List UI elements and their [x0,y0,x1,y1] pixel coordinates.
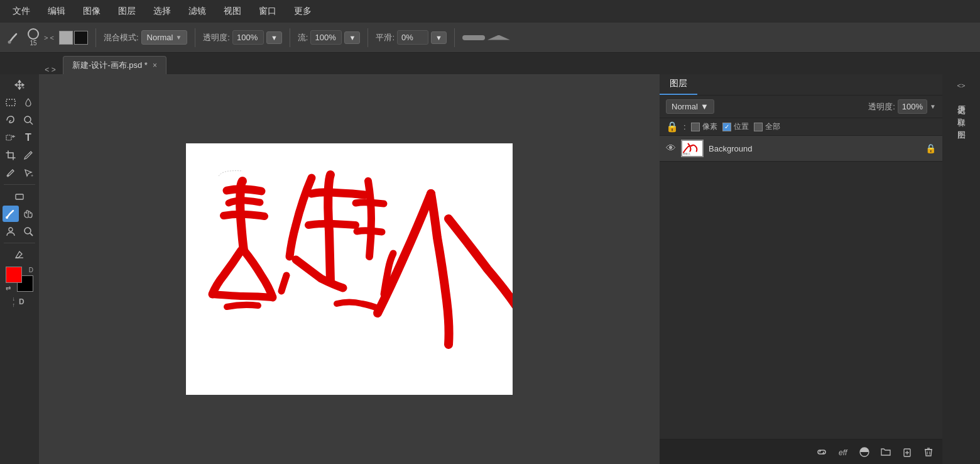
brush-shapes [462,35,510,40]
svg-line-15 [30,233,33,236]
flow-arrow[interactable]: ▼ [344,31,360,44]
lock-position-checkbox[interactable]: ✓ [722,123,731,131]
menu-window[interactable]: 窗口 [251,3,284,19]
layer-visibility-icon[interactable]: 👁 [666,143,676,154]
svg-point-3 [24,116,31,123]
eyedropper-tool-icon[interactable] [3,165,19,181]
svg-text:果标人: 果标人 [683,152,690,155]
blend-mode-dropdown[interactable]: Normal ▼ [141,30,188,45]
left-tool-row-stamp [3,223,36,240]
blend-mode-label: 混合模式: [104,32,139,43]
expand-collapse[interactable]: > < [44,34,54,41]
blend-mode-group: 混合模式: Normal ▼ [104,30,187,45]
default-d-button[interactable]: D [16,296,27,307]
opacity-arrow[interactable]: ▼ [266,31,282,44]
canvas-area[interactable] [39,74,660,464]
layer-lock-icon: 🔒 [925,143,936,153]
right-panel-tabs: 图层 [660,74,942,96]
foreground-color-swatch[interactable] [6,267,22,283]
layers-side-tab[interactable]: 图层 [954,119,968,130]
menu-more[interactable]: 更多 [286,3,319,19]
text-tool-icon[interactable]: T [20,130,36,146]
menu-view[interactable]: 视图 [216,3,249,19]
sep2 [195,28,195,47]
hand-tool-icon[interactable] [20,206,36,222]
delete-layer-icon[interactable] [921,445,936,460]
tab-expand-left[interactable]: < > [38,65,63,74]
menu-select[interactable]: 选择 [146,3,178,19]
menu-layer[interactable]: 图层 [111,3,143,19]
layers-blend-dropdown[interactable]: Normal ▼ [666,99,714,114]
lock-all-checkbox[interactable] [754,123,763,131]
layers-opacity-value[interactable]: 100% [898,99,927,114]
side-extras-arrows[interactable]: <> [955,79,968,92]
crop-tool-icon[interactable] [3,147,19,163]
layers-bottom-bar: eff [660,439,942,464]
lock-all-item[interactable]: 全部 [754,121,780,132]
smoothing-value[interactable]: 0% [397,30,428,45]
smoothing-label: 平滑: [376,32,395,43]
swap-colors-icon[interactable]: ⇄ [6,285,11,292]
menu-filter[interactable]: 滤镜 [181,3,214,19]
layers-opacity-arrow[interactable]: ▼ [930,103,936,110]
effects-icon[interactable]: eff [836,445,851,460]
left-tool-row-patch: T [3,130,36,146]
opacity-value[interactable]: 100% [232,30,264,45]
menu-image[interactable]: 图像 [75,3,108,19]
eraser-tool-icon[interactable] [11,188,28,204]
sample-panel-tab[interactable]: 取样 [954,107,968,117]
link-layers-icon[interactable] [814,445,829,460]
lock-pixel-checkbox[interactable] [691,123,700,131]
layers-opacity-label: 透明度: [868,101,895,113]
adjustment-layer-icon[interactable] [857,445,872,460]
menu-file[interactable]: 文件 [5,3,38,19]
left-tool-row-eraser [11,188,28,204]
path-select-tool-icon[interactable]: + [20,165,36,181]
menu-edit[interactable]: 编辑 [40,3,73,19]
lock-position-item[interactable]: ✓ 位置 [722,121,749,132]
svg-point-14 [24,228,31,234]
tab-close-button[interactable]: × [153,61,157,70]
new-group-icon[interactable] [878,445,893,460]
right-panel: 图层 Normal ▼ 透明度: 100% ▼ 🔒 : [660,74,942,464]
move-tool-icon[interactable]: + [11,77,28,93]
svg-point-13 [9,228,13,231]
canvas-tab[interactable]: 新建-设计-画布.psd * × [63,56,166,74]
marquee-tool-icon[interactable] [3,94,19,111]
layer-background-item[interactable]: 👁 果标人 Background 🔒 [660,136,942,162]
brush-size-control[interactable]: 15 [28,28,39,47]
menu-bar: 文件 编辑 图像 图层 选择 滤镜 视图 窗口 更多 [0,0,980,23]
new-layer-icon[interactable] [900,445,915,460]
flow-value[interactable]: 100% [310,30,342,45]
canvas-drawing [186,143,513,395]
eraser2-tool-icon[interactable] [11,246,28,263]
left-tool-row-eyedropper: + [3,165,36,181]
magnify-tool-icon[interactable] [20,112,36,128]
fill-tool-icon[interactable] [20,94,36,111]
history-panel-tab[interactable]: 历史记录 [954,94,968,104]
brush-tool-left-icon[interactable] [3,206,19,222]
svg-rect-5 [6,135,11,140]
side-extras-panel: <> 历史记录 取样 图层 [942,74,980,464]
brush-shape-round[interactable] [462,35,485,40]
brush-shape-tapered[interactable] [487,35,510,40]
color-swatches[interactable]: ⇄ D [6,267,33,292]
lock-pixel-item[interactable]: 像素 [691,121,717,132]
left-tool-row-lasso [3,112,36,128]
toolbar-colors[interactable] [59,31,88,45]
patch-tool-icon[interactable] [3,130,19,146]
layers-empty-space [660,162,942,439]
stamp-tool-icon[interactable] [3,223,19,240]
lasso-tool-icon[interactable] [3,112,19,128]
canvas-wrapper[interactable] [186,143,513,395]
layers-panel-tab[interactable]: 图层 [660,74,697,95]
svg-text:eff: eff [839,448,848,457]
main-area: + [0,74,980,464]
layers-blend-value: Normal [672,102,698,111]
smoothing-arrow[interactable]: ▼ [431,31,447,44]
brush-tool-icon[interactable] [5,29,23,47]
zoom-tool-icon[interactable] [20,223,36,240]
default-colors-icon[interactable]: D [29,267,33,273]
reset-icon[interactable]: ↓↑ [12,296,15,308]
pen-tool-icon[interactable] [20,147,36,163]
